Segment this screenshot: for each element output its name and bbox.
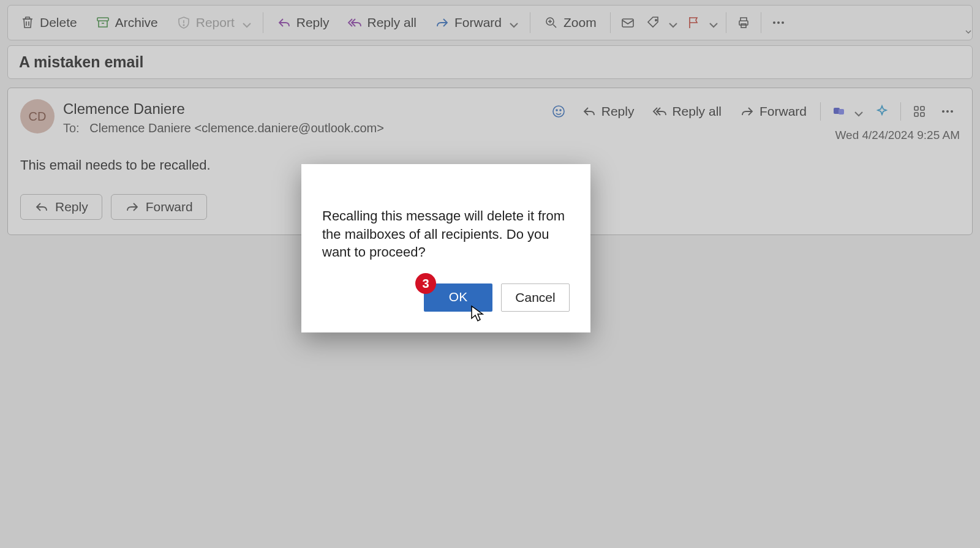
reply-all-icon [652, 104, 667, 119]
separator [263, 12, 263, 33]
message-actions: Reply Reply all Forward [546, 102, 960, 121]
svg-rect-14 [839, 109, 844, 114]
svg-point-1 [183, 24, 184, 26]
more-button-header[interactable] [935, 102, 960, 121]
forward-button-header[interactable]: Forward [733, 102, 814, 121]
dialog-buttons: OK Cancel [322, 283, 570, 312]
grid-icon [912, 104, 927, 119]
to-value: Clemence Daniere <clemence.daniere@outlo… [89, 121, 384, 135]
forward-icon [740, 104, 755, 119]
ribbon-toolbar: Delete Archive Report Reply Reply all F [7, 5, 973, 40]
from-block: Clemence Daniere To: Clemence Daniere <c… [63, 99, 538, 135]
svg-point-11 [556, 110, 557, 111]
svg-point-7 [773, 21, 775, 24]
reply-all-icon [347, 15, 362, 30]
sparkle-icon [875, 104, 889, 119]
ribbon-expand-button[interactable] [961, 24, 976, 41]
mark-unread-button[interactable] [616, 13, 640, 32]
reply-label: Reply [296, 15, 330, 30]
dialog-text: Recalling this message will delete it fr… [322, 207, 570, 261]
svg-point-19 [942, 110, 944, 113]
subject-bar: A mistaken email [7, 45, 973, 79]
separator [530, 12, 530, 33]
svg-rect-18 [921, 113, 924, 116]
trash-icon [20, 15, 35, 30]
more-button[interactable] [766, 13, 791, 32]
step-badge: 3 [415, 273, 436, 294]
recall-dialog: Recalling this message will delete it fr… [301, 164, 590, 332]
message-header: CD Clemence Daniere To: Clemence Daniere… [20, 99, 960, 135]
zoom-label: Zoom [564, 15, 597, 30]
forward-icon [435, 15, 450, 30]
svg-rect-6 [741, 24, 746, 28]
reply-label: Reply [601, 104, 635, 119]
step-number: 3 [422, 277, 429, 291]
forward-button-toolbar[interactable]: Forward [426, 12, 525, 34]
separator [726, 12, 726, 33]
cancel-button[interactable]: Cancel [501, 283, 570, 312]
reply-label: Reply [55, 200, 88, 214]
svg-point-21 [951, 110, 953, 113]
avatar-initials: CD [29, 110, 47, 124]
reaction-button[interactable] [546, 102, 571, 121]
chevron-down-icon [239, 18, 249, 28]
shield-icon [176, 15, 191, 30]
reply-all-label: Reply all [672, 104, 722, 119]
flag-button[interactable] [682, 13, 721, 32]
to-line: To: Clemence Daniere <clemence.daniere@o… [63, 121, 538, 135]
smile-icon [551, 104, 566, 119]
separator [900, 102, 901, 121]
tag-icon [646, 15, 661, 30]
report-button[interactable]: Report [168, 12, 258, 34]
reply-icon [582, 104, 597, 119]
svg-point-10 [553, 106, 564, 117]
separator [820, 102, 821, 121]
teams-icon [832, 104, 846, 119]
teams-share-button[interactable] [827, 102, 866, 121]
svg-point-8 [777, 21, 780, 24]
ellipsis-icon [771, 15, 786, 30]
delete-button[interactable]: Delete [12, 12, 86, 34]
forward-button-footer[interactable]: Forward [111, 194, 207, 220]
categorize-button[interactable] [641, 13, 680, 32]
message-date: Wed 4/24/2024 9:25 AM [835, 129, 960, 142]
archive-label: Archive [115, 15, 158, 30]
archive-button[interactable]: Archive [87, 12, 167, 34]
forward-label: Forward [146, 200, 193, 214]
avatar: CD [20, 99, 55, 133]
archive-icon [96, 15, 110, 30]
reply-icon [277, 15, 292, 30]
svg-rect-3 [622, 19, 633, 27]
reply-button-footer[interactable]: Reply [20, 194, 102, 220]
chevron-down-icon [706, 18, 716, 28]
zoom-icon [544, 15, 559, 30]
separator [761, 12, 761, 33]
to-label: To: [63, 121, 80, 135]
forward-label: Forward [454, 15, 502, 30]
chevron-down-icon [666, 18, 676, 28]
subject-text: A mistaken email [19, 53, 143, 70]
svg-rect-16 [921, 107, 924, 110]
reply-all-button-header[interactable]: Reply all [645, 102, 729, 121]
summary-button[interactable] [870, 102, 894, 121]
ellipsis-icon [940, 104, 955, 119]
reply-button-header[interactable]: Reply [575, 102, 642, 121]
flag-icon [687, 15, 701, 30]
chevron-down-icon [851, 107, 861, 116]
apps-button[interactable] [907, 102, 932, 121]
svg-point-20 [946, 110, 949, 113]
from-name: Clemence Daniere [63, 100, 538, 118]
forward-icon [125, 200, 140, 214]
svg-point-12 [560, 110, 561, 111]
reply-all-label: Reply all [367, 15, 417, 30]
zoom-button[interactable]: Zoom [535, 12, 605, 34]
separator [610, 12, 611, 33]
reply-all-button-toolbar[interactable]: Reply all [339, 12, 425, 34]
svg-rect-5 [739, 21, 748, 25]
svg-rect-17 [914, 113, 918, 116]
forward-label: Forward [760, 104, 807, 119]
envelope-icon [620, 15, 635, 30]
delete-label: Delete [40, 15, 77, 30]
print-button[interactable] [731, 13, 756, 32]
reply-button-toolbar[interactable]: Reply [268, 12, 338, 34]
